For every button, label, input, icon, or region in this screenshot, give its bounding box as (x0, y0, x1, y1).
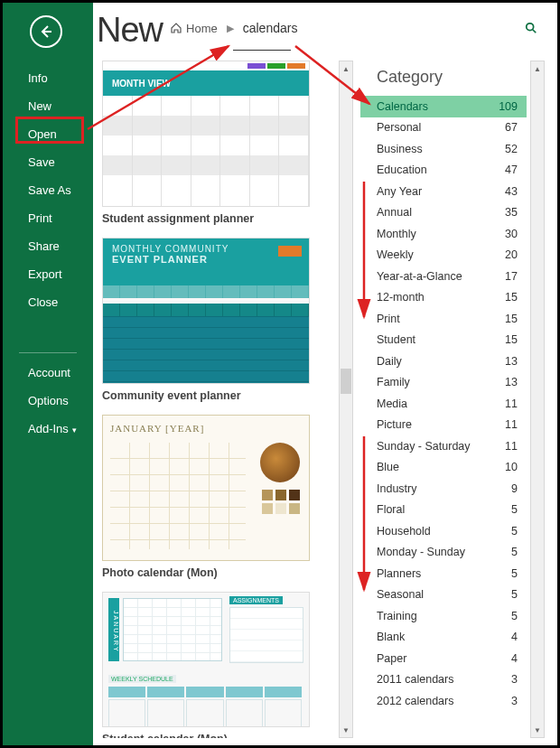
category-row[interactable]: 2012 calendars3 (360, 690, 527, 712)
category-row[interactable]: Business52 (360, 138, 527, 160)
category-row[interactable]: Sunday - Saturday11 (360, 435, 527, 457)
category-row[interactable]: Print15 (360, 308, 527, 330)
category-row[interactable]: Calendars109 (360, 96, 527, 117)
category-row[interactable]: Family13 (360, 372, 527, 394)
backstage-sidebar: Info New Open Save Save As Print Share E… (3, 3, 93, 745)
category-count: 9 (496, 482, 518, 495)
category-name: Annual (377, 206, 412, 219)
category-row[interactable]: Weekly20 (360, 245, 527, 266)
category-row[interactable]: Industry9 (360, 478, 527, 500)
category-row[interactable]: Daily13 (360, 351, 527, 372)
sidebar-item-save[interactable]: Save (3, 148, 93, 176)
category-scrollbar[interactable]: ▲ ▼ (530, 61, 545, 738)
category-row[interactable]: Seasonal5 (360, 584, 527, 606)
category-row[interactable]: Paper4 (360, 648, 527, 669)
scroll-up-button[interactable]: ▲ (340, 61, 352, 76)
scroll-down-button[interactable]: ▼ (531, 723, 544, 737)
category-row[interactable]: Floral5 (360, 500, 527, 521)
category-name: Blue (377, 461, 399, 473)
thumb2-line2: EVENT PLANNER (112, 254, 300, 265)
category-name: Paper (377, 652, 406, 665)
category-count: 10 (496, 461, 518, 473)
category-row[interactable]: Annual35 (360, 202, 527, 224)
sidebar-item-addins[interactable]: Add-Ins (3, 415, 93, 443)
category-row[interactable]: Any Year43 (360, 181, 527, 202)
category-count: 11 (496, 418, 518, 431)
templates-scrollbar[interactable]: ▲ ▼ (339, 61, 353, 738)
category-row[interactable]: Year-at-a-Glance17 (360, 266, 527, 287)
thumb4-month: JANUARY (108, 598, 119, 661)
sidebar-item-options[interactable]: Options (3, 387, 93, 415)
category-name: Personal (377, 121, 421, 134)
category-row[interactable]: Picture11 (360, 415, 527, 436)
category-name: Blank (377, 631, 405, 643)
category-name: Floral (377, 503, 405, 516)
category-name: Training (377, 610, 417, 622)
template-item[interactable]: JANUARY [YEAR] Photo calendar (Mon) (102, 415, 339, 579)
sidebar-item-new[interactable]: New (3, 92, 93, 120)
template-item[interactable]: MONTHLY COMMUNITY EVENT PLANNER Communit… (102, 238, 339, 402)
category-row[interactable]: 12-month15 (360, 287, 527, 309)
category-name: Business (377, 143, 423, 155)
template-thumbnail: MONTH VIEW (102, 61, 310, 207)
category-name: Monthly (377, 228, 416, 240)
template-caption: Photo calendar (Mon) (102, 566, 339, 579)
category-count: 3 (496, 695, 518, 707)
sidebar-item-close[interactable]: Close (3, 288, 93, 316)
sidebar-item-account[interactable]: Account (3, 359, 93, 387)
category-count: 5 (496, 610, 518, 622)
template-item[interactable]: MONTH VIEW Student assignment planner (102, 61, 339, 225)
breadcrumb-home[interactable]: Home (186, 22, 218, 35)
category-row[interactable]: Monday - Sunday5 (360, 542, 527, 564)
category-row[interactable]: Student15 (360, 330, 527, 351)
category-row[interactable]: Blank4 (360, 627, 527, 649)
scroll-down-button[interactable]: ▼ (340, 723, 352, 737)
category-row[interactable]: Training5 (360, 605, 527, 627)
category-row[interactable]: Planners5 (360, 563, 527, 584)
sidebar-item-export[interactable]: Export (3, 260, 93, 288)
category-row[interactable]: 2011 calendars3 (360, 669, 527, 691)
category-row[interactable]: Education47 (360, 160, 527, 182)
category-count: 67 (496, 121, 518, 134)
svg-point-0 (527, 23, 534, 31)
category-count: 15 (496, 313, 518, 325)
category-name: Monday - Sunday (377, 546, 465, 558)
home-icon[interactable] (170, 22, 182, 34)
sidebar-item-open[interactable]: Open (3, 120, 93, 148)
category-name: Year-at-a-Glance (377, 270, 462, 283)
category-row[interactable]: Monthly30 (360, 223, 527, 245)
category-name: Student (377, 333, 415, 346)
back-button[interactable] (30, 15, 62, 48)
scroll-up-button[interactable]: ▲ (531, 61, 544, 76)
category-row[interactable]: Blue10 (360, 457, 527, 479)
category-count: 13 (496, 376, 518, 388)
sidebar-item-saveas[interactable]: Save As (3, 176, 93, 204)
category-list: Calendars109Personal67Business52Educatio… (360, 96, 527, 712)
search-input[interactable] (243, 21, 496, 35)
sidebar-item-share[interactable]: Share (3, 232, 93, 260)
category-count: 43 (496, 185, 518, 198)
thumb3-title: JANUARY [YEAR] (110, 423, 204, 434)
search-box (243, 17, 496, 39)
category-name: Calendars (377, 100, 428, 113)
category-row[interactable]: Media11 (360, 393, 527, 415)
category-row[interactable]: Household5 (360, 520, 527, 542)
sidebar-item-print[interactable]: Print (3, 204, 93, 232)
category-panel: Category Calendars109Personal67Business5… (360, 61, 527, 738)
category-name: Seasonal (377, 588, 424, 601)
scroll-thumb[interactable] (341, 369, 351, 394)
category-count: 11 (496, 440, 518, 453)
thumb2-line1: MONTHLY COMMUNITY (112, 244, 300, 254)
category-row[interactable]: Personal67 (360, 117, 527, 139)
category-name: Household (377, 525, 431, 538)
thumb4-ws-title: WEEKLY SCHEDULE (108, 675, 176, 683)
sidebar-item-info[interactable]: Info (3, 64, 93, 92)
sidebar-separator (19, 352, 77, 353)
search-button[interactable] (523, 20, 539, 36)
category-name: Media (377, 397, 407, 410)
category-count: 5 (496, 503, 518, 516)
category-count: 13 (496, 355, 518, 368)
category-count: 15 (496, 291, 518, 304)
template-item[interactable]: JANUARY ASSIGNMENTS WEEKLY SCHEDULE Stud… (102, 592, 339, 738)
category-name: Daily (377, 355, 402, 368)
